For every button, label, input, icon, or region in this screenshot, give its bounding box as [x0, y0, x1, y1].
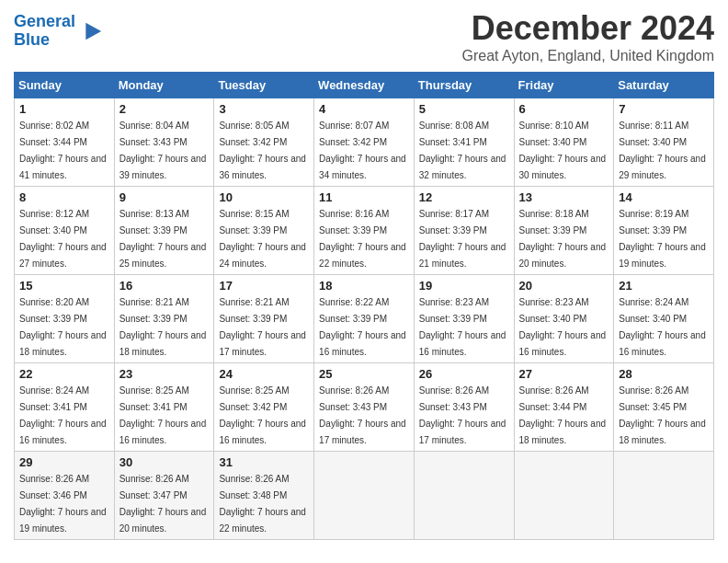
- day-info: Sunrise: 8:26 AMSunset: 3:47 PMDaylight:…: [119, 474, 207, 534]
- day-number: 20: [519, 279, 609, 293]
- day-info: Sunrise: 8:11 AMSunset: 3:40 PMDaylight:…: [619, 121, 706, 180]
- calendar-cell: [414, 452, 514, 540]
- day-number: 16: [119, 279, 210, 293]
- day-number: 23: [119, 367, 210, 381]
- calendar-cell: 31 Sunrise: 8:26 AMSunset: 3:48 PMDaylig…: [214, 452, 314, 540]
- calendar-cell: 22 Sunrise: 8:24 AMSunset: 3:41 PMDaylig…: [15, 363, 115, 452]
- calendar-cell: 6 Sunrise: 8:10 AMSunset: 3:40 PMDayligh…: [514, 98, 614, 187]
- day-info: Sunrise: 8:02 AMSunset: 3:44 PMDaylight:…: [19, 121, 107, 180]
- day-header-thursday: Thursday: [414, 73, 514, 98]
- day-info: Sunrise: 8:18 AMSunset: 3:39 PMDaylight:…: [519, 209, 607, 269]
- day-number: 5: [419, 102, 509, 116]
- calendar-cell: 19 Sunrise: 8:23 AMSunset: 3:39 PMDaylig…: [414, 275, 514, 363]
- day-number: 12: [419, 190, 509, 204]
- month-title: December 2024: [461, 9, 714, 48]
- day-info: Sunrise: 8:20 AMSunset: 3:39 PMDaylight:…: [19, 297, 107, 357]
- calendar-header-row: SundayMondayTuesdayWednesdayThursdayFrid…: [15, 73, 714, 98]
- day-info: Sunrise: 8:26 AMSunset: 3:46 PMDaylight:…: [19, 474, 107, 534]
- day-info: Sunrise: 8:24 AMSunset: 3:41 PMDaylight:…: [19, 385, 107, 445]
- day-header-friday: Friday: [514, 73, 614, 98]
- calendar-cell: 10 Sunrise: 8:15 AMSunset: 3:39 PMDaylig…: [214, 187, 314, 275]
- calendar-cell: 3 Sunrise: 8:05 AMSunset: 3:42 PMDayligh…: [214, 98, 314, 187]
- day-info: Sunrise: 8:26 AMSunset: 3:43 PMDaylight:…: [419, 385, 506, 445]
- logo-line1: General: [14, 12, 75, 30]
- day-number: 15: [19, 279, 109, 293]
- day-number: 28: [619, 367, 709, 381]
- calendar-cell: 9 Sunrise: 8:13 AMSunset: 3:39 PMDayligh…: [114, 187, 214, 275]
- calendar-cell: 28 Sunrise: 8:26 AMSunset: 3:45 PMDaylig…: [614, 363, 714, 452]
- calendar-cell: [614, 452, 714, 540]
- day-number: 9: [119, 190, 210, 204]
- calendar-cell: 13 Sunrise: 8:18 AMSunset: 3:39 PMDaylig…: [514, 187, 614, 275]
- day-info: Sunrise: 8:19 AMSunset: 3:39 PMDaylight:…: [619, 209, 706, 269]
- day-number: 30: [119, 455, 210, 469]
- calendar-cell: [314, 452, 415, 540]
- calendar-cell: 11 Sunrise: 8:16 AMSunset: 3:39 PMDaylig…: [314, 187, 415, 275]
- calendar-cell: 25 Sunrise: 8:26 AMSunset: 3:43 PMDaylig…: [314, 363, 415, 452]
- week-row-2: 8 Sunrise: 8:12 AMSunset: 3:40 PMDayligh…: [15, 187, 714, 275]
- calendar-cell: 16 Sunrise: 8:21 AMSunset: 3:39 PMDaylig…: [114, 275, 214, 363]
- calendar-cell: 23 Sunrise: 8:25 AMSunset: 3:41 PMDaylig…: [114, 363, 214, 452]
- day-number: 11: [319, 190, 409, 204]
- day-info: Sunrise: 8:15 AMSunset: 3:39 PMDaylight:…: [219, 209, 306, 269]
- day-number: 26: [419, 367, 509, 381]
- calendar-cell: 30 Sunrise: 8:26 AMSunset: 3:47 PMDaylig…: [114, 452, 214, 540]
- day-info: Sunrise: 8:22 AMSunset: 3:39 PMDaylight:…: [319, 297, 406, 357]
- day-info: Sunrise: 8:08 AMSunset: 3:41 PMDaylight:…: [419, 121, 506, 180]
- calendar-cell: 27 Sunrise: 8:26 AMSunset: 3:44 PMDaylig…: [514, 363, 614, 452]
- day-number: 29: [19, 455, 109, 469]
- day-number: 7: [619, 102, 709, 116]
- day-info: Sunrise: 8:05 AMSunset: 3:42 PMDaylight:…: [219, 121, 306, 180]
- day-info: Sunrise: 8:26 AMSunset: 3:48 PMDaylight:…: [219, 474, 306, 534]
- day-info: Sunrise: 8:21 AMSunset: 3:39 PMDaylight:…: [119, 297, 207, 357]
- day-info: Sunrise: 8:16 AMSunset: 3:39 PMDaylight:…: [319, 209, 406, 269]
- page-header: General Blue December 2024 Great Ayton, …: [14, 9, 714, 64]
- calendar-table: SundayMondayTuesdayWednesdayThursdayFrid…: [14, 72, 714, 540]
- day-number: 27: [519, 367, 609, 381]
- day-info: Sunrise: 8:21 AMSunset: 3:39 PMDaylight:…: [219, 297, 306, 357]
- day-number: 18: [319, 279, 409, 293]
- day-number: 13: [519, 190, 609, 204]
- week-row-1: 1 Sunrise: 8:02 AMSunset: 3:44 PMDayligh…: [15, 98, 714, 187]
- day-info: Sunrise: 8:25 AMSunset: 3:41 PMDaylight:…: [119, 385, 207, 445]
- day-info: Sunrise: 8:23 AMSunset: 3:39 PMDaylight:…: [419, 297, 506, 357]
- day-header-tuesday: Tuesday: [214, 73, 314, 98]
- day-info: Sunrise: 8:10 AMSunset: 3:40 PMDaylight:…: [519, 121, 607, 180]
- calendar-cell: 15 Sunrise: 8:20 AMSunset: 3:39 PMDaylig…: [15, 275, 115, 363]
- calendar-cell: 29 Sunrise: 8:26 AMSunset: 3:46 PMDaylig…: [15, 452, 115, 540]
- calendar-body: 1 Sunrise: 8:02 AMSunset: 3:44 PMDayligh…: [15, 98, 714, 540]
- day-number: 21: [619, 279, 709, 293]
- logo-line2: Blue: [14, 30, 50, 49]
- calendar-cell: 17 Sunrise: 8:21 AMSunset: 3:39 PMDaylig…: [214, 275, 314, 363]
- day-info: Sunrise: 8:07 AMSunset: 3:42 PMDaylight:…: [319, 121, 406, 180]
- day-header-monday: Monday: [114, 73, 214, 98]
- logo: General Blue: [14, 13, 103, 50]
- calendar-cell: 24 Sunrise: 8:25 AMSunset: 3:42 PMDaylig…: [214, 363, 314, 452]
- day-header-saturday: Saturday: [614, 73, 714, 98]
- day-number: 1: [19, 102, 109, 116]
- day-number: 6: [519, 102, 609, 116]
- day-header-wednesday: Wednesday: [314, 73, 415, 98]
- calendar-cell: 20 Sunrise: 8:23 AMSunset: 3:40 PMDaylig…: [514, 275, 614, 363]
- day-info: Sunrise: 8:12 AMSunset: 3:40 PMDaylight:…: [19, 209, 107, 269]
- day-number: 3: [219, 102, 309, 116]
- calendar-cell: 4 Sunrise: 8:07 AMSunset: 3:42 PMDayligh…: [314, 98, 415, 187]
- day-info: Sunrise: 8:23 AMSunset: 3:40 PMDaylight:…: [519, 297, 607, 357]
- calendar-cell: 18 Sunrise: 8:22 AMSunset: 3:39 PMDaylig…: [314, 275, 415, 363]
- day-number: 31: [219, 455, 309, 469]
- day-number: 4: [319, 102, 409, 116]
- svg-marker-0: [85, 22, 101, 40]
- week-row-5: 29 Sunrise: 8:26 AMSunset: 3:46 PMDaylig…: [15, 452, 714, 540]
- day-info: Sunrise: 8:26 AMSunset: 3:44 PMDaylight:…: [519, 385, 607, 445]
- calendar-cell: 2 Sunrise: 8:04 AMSunset: 3:43 PMDayligh…: [114, 98, 214, 187]
- day-number: 19: [419, 279, 509, 293]
- day-number: 14: [619, 190, 709, 204]
- calendar-cell: 14 Sunrise: 8:19 AMSunset: 3:39 PMDaylig…: [614, 187, 714, 275]
- week-row-3: 15 Sunrise: 8:20 AMSunset: 3:39 PMDaylig…: [15, 275, 714, 363]
- calendar-cell: 26 Sunrise: 8:26 AMSunset: 3:43 PMDaylig…: [414, 363, 514, 452]
- day-info: Sunrise: 8:24 AMSunset: 3:40 PMDaylight:…: [619, 297, 706, 357]
- day-info: Sunrise: 8:26 AMSunset: 3:43 PMDaylight:…: [319, 385, 406, 445]
- calendar-cell: [514, 452, 614, 540]
- title-area: December 2024 Great Ayton, England, Unit…: [461, 9, 714, 64]
- day-info: Sunrise: 8:25 AMSunset: 3:42 PMDaylight:…: [219, 385, 306, 445]
